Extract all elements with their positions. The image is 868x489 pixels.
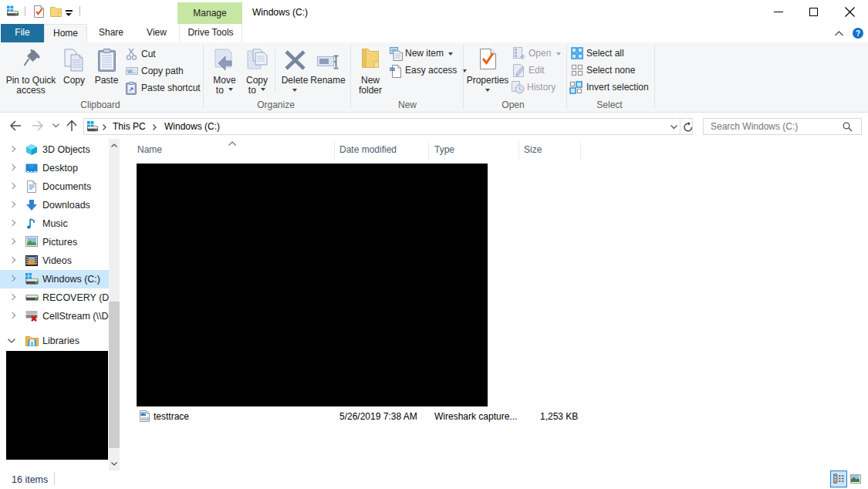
svg-text:?: ? — [856, 29, 860, 38]
svg-text:010: 010 — [141, 416, 149, 422]
svg-text:W...: W... — [127, 69, 137, 74]
